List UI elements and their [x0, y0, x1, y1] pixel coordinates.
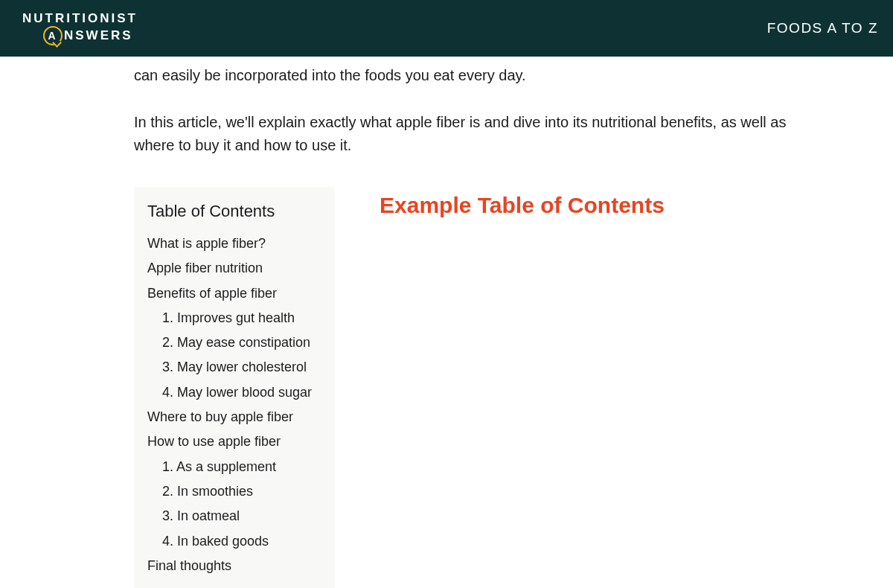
toc-item-nutrition[interactable]: Apple fiber nutrition [147, 256, 317, 281]
content-row: Table of Contents What is apple fiber? A… [134, 187, 833, 588]
article-body: can easily be incorporated into the food… [60, 57, 833, 588]
toc-subitem-oatmeal[interactable]: 3. In oatmeal [162, 504, 317, 528]
table-of-contents: Table of Contents What is apple fiber? A… [134, 187, 335, 588]
article-paragraph: In this article, we'll explain exactly w… [134, 111, 804, 157]
toc-title: Table of Contents [147, 202, 317, 221]
toc-subitem-baked[interactable]: 4. In baked goods [162, 529, 317, 554]
logo-text-line1: NUTRITIONIST [22, 11, 138, 26]
toc-item-what-is[interactable]: What is apple fiber? [147, 231, 317, 256]
nav-foods-link[interactable]: FOODS A TO Z [767, 20, 878, 36]
logo-text-line2-rest: NSWERS [64, 28, 133, 43]
logo-text-line2: A NSWERS [43, 26, 138, 45]
toc-list: What is apple fiber? Apple fiber nutriti… [147, 231, 317, 578]
toc-subitem-supplement[interactable]: 1. As a supplement [162, 455, 317, 479]
toc-subitem-smoothies[interactable]: 2. In smoothies [162, 479, 317, 504]
site-logo[interactable]: NUTRITIONIST A NSWERS [22, 11, 138, 45]
toc-item-how-use[interactable]: How to use apple fiber [147, 429, 317, 454]
main-nav: FOODS A TO Z [767, 20, 878, 36]
site-header: NUTRITIONIST A NSWERS FOODS A TO Z [0, 0, 893, 57]
logo-a-icon: A [43, 26, 63, 45]
toc-subitem-constipation[interactable]: 2. May ease constipation [162, 330, 317, 355]
content-wrapper: can easily be incorporated into the food… [45, 57, 848, 588]
toc-subitem-cholesterol[interactable]: 3. May lower cholesterol [162, 355, 317, 380]
toc-subitem-blood-sugar[interactable]: 4. May lower blood sugar [162, 380, 317, 405]
toc-sublist-benefits: 1. Improves gut health 2. May ease const… [147, 306, 317, 405]
toc-subitem-gut[interactable]: 1. Improves gut health [162, 306, 317, 330]
article-paragraph: can easily be incorporated into the food… [134, 64, 804, 87]
toc-item-where-buy[interactable]: Where to buy apple fiber [147, 405, 317, 429]
toc-sublist-howto: 1. As a supplement 2. In smoothies 3. In… [147, 455, 317, 554]
example-label: Example Table of Contents [380, 187, 665, 588]
toc-item-final[interactable]: Final thoughts [147, 554, 317, 578]
toc-item-benefits[interactable]: Benefits of apple fiber [147, 281, 317, 306]
